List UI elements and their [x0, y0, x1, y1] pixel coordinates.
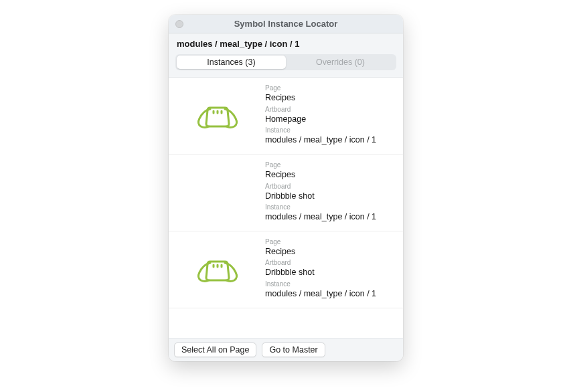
instance-label: Instance [265, 203, 396, 211]
thumbnail [175, 161, 260, 224]
titlebar: Symbol Instance Locator [169, 15, 403, 33]
close-window-icon[interactable] [175, 20, 183, 28]
artboard-value: Dribbble shot [265, 268, 396, 278]
artboard-value: Homepage [265, 114, 396, 125]
symbol-path: modules / meal_type / icon / 1 [175, 39, 396, 49]
instance-value: modules / meal_type / icon / 1 [265, 212, 396, 223]
instance-label: Instance [265, 126, 396, 134]
croissant-icon [193, 255, 242, 284]
tab-bar: Instances (3) Overrides (0) [175, 54, 396, 70]
tab-overrides[interactable]: Overrides (0) [286, 56, 395, 69]
select-all-button[interactable]: Select All on Page [174, 342, 256, 357]
artboard-label: Artboard [265, 106, 396, 114]
window-title: Symbol Instance Locator [169, 19, 403, 29]
item-meta: Page Recipes Artboard Dribbble shot Inst… [260, 238, 396, 301]
item-meta: Page Recipes Artboard Homepage Instance … [260, 84, 396, 147]
go-to-master-button[interactable]: Go to Master [262, 342, 325, 357]
item-meta: Page Recipes Artboard Dribbble shot Inst… [260, 161, 396, 224]
page-label: Page [265, 161, 396, 169]
croissant-icon [193, 101, 242, 130]
tab-instances[interactable]: Instances (3) [177, 56, 286, 69]
footer: Select All on Page Go to Master [169, 338, 403, 361]
thumbnail [175, 84, 260, 147]
instance-label: Instance [265, 280, 396, 288]
thumbnail [175, 238, 260, 301]
instances-list: Page Recipes Artboard Homepage Instance … [169, 78, 403, 338]
artboard-value: Dribbble shot [265, 191, 396, 202]
page-value: Recipes [265, 170, 396, 181]
artboard-label: Artboard [265, 259, 396, 267]
instance-value: modules / meal_type / icon / 1 [265, 289, 396, 300]
header: modules / meal_type / icon / 1 Instances… [169, 33, 403, 78]
page-label: Page [265, 84, 396, 92]
page-value: Recipes [265, 93, 396, 104]
page-value: Recipes [265, 247, 396, 258]
artboard-label: Artboard [265, 183, 396, 191]
list-item[interactable]: Page Recipes Artboard Dribbble shot Inst… [169, 155, 403, 231]
plugin-window: Symbol Instance Locator modules / meal_t… [169, 15, 403, 361]
page-label: Page [265, 238, 396, 246]
instance-value: modules / meal_type / icon / 1 [265, 135, 396, 146]
list-item[interactable]: Page Recipes Artboard Homepage Instance … [169, 78, 403, 155]
list-item[interactable]: Page Recipes Artboard Dribbble shot Inst… [169, 231, 403, 308]
